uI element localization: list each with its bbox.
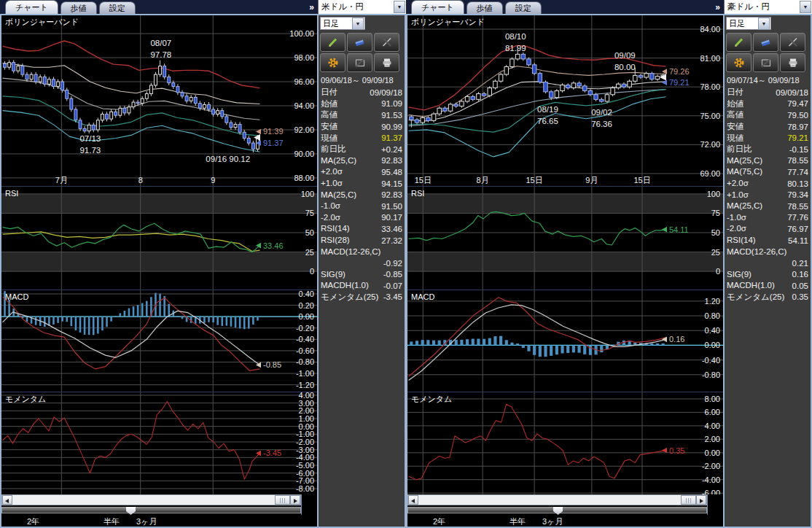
macd-chart[interactable]: -0.850.400.200.00-0.20-0.40-0.60-0.80-1.…	[1, 290, 317, 392]
pencil-icon[interactable]	[726, 33, 752, 52]
chevron-down-icon[interactable]: ▼	[758, 18, 770, 30]
settings-gear-icon[interactable]	[320, 53, 346, 72]
rsi-chart[interactable]: 33.461007550250RSI	[1, 186, 317, 290]
zoom-preset-半年[interactable]: 半年	[510, 516, 526, 527]
value-tag: 79.21	[669, 78, 690, 87]
candle-down	[212, 109, 215, 114]
zoom-preset-3ヶ月[interactable]: 3ヶ月	[136, 516, 157, 527]
candle-up	[96, 120, 99, 130]
zoom-preset-2年[interactable]: 2年	[27, 516, 39, 527]
zoom-slider-track[interactable]	[407, 507, 707, 513]
zoom-preset-3ヶ月[interactable]: 3ヶ月	[542, 516, 563, 527]
quote-value: 90.17	[381, 213, 402, 222]
tab-chart[interactable]: チャート	[411, 0, 464, 14]
quote-row: RSI(14)33.46	[319, 223, 405, 235]
candle-down	[176, 87, 179, 93]
panel-disabled-icon[interactable]	[347, 53, 372, 72]
candle-up	[145, 94, 148, 99]
bollinger-chart[interactable]: 08/0797.7807/1391.7309/16 90.1291.3991.3…	[1, 15, 317, 186]
trading-app: チャート歩値設定 » 米ドル・円 ▼ 08/0797.7807/1391.730…	[0, 0, 812, 528]
horizontal-scrollbar[interactable]	[1, 494, 301, 505]
printer-icon[interactable]	[780, 53, 805, 72]
rsi-chart[interactable]: 54.111007550250RSI	[407, 186, 723, 290]
x-axis-tick: 15日	[415, 176, 432, 185]
tab-settings[interactable]: 設定	[99, 1, 136, 14]
candle-down	[588, 90, 592, 94]
timeframe-row: 日足 ▼	[725, 15, 811, 32]
scroll-row-stub	[707, 494, 723, 505]
quote-label: モメンタム(25)	[727, 292, 784, 302]
macd-histogram-bar	[79, 317, 82, 333]
macd-chart[interactable]: 0.161.200.800.400.00-0.40-0.80MACD	[407, 290, 723, 392]
trendline-disabled-icon[interactable]	[374, 33, 399, 52]
candle-up	[499, 74, 502, 81]
drawing-toolbar	[319, 32, 405, 73]
zoom-preset-半年[interactable]: 半年	[104, 516, 120, 527]
zoom-slider-thumb[interactable]	[126, 507, 136, 515]
settings-gear-icon[interactable]	[726, 53, 752, 72]
chart-annotation: 09/16 90.12	[206, 155, 250, 163]
macd-histogram-bar	[52, 317, 55, 325]
zoom-slider-thumb[interactable]	[553, 507, 563, 515]
macd-histogram-bar	[612, 345, 614, 346]
timeframe-select[interactable]: 日足 ▼	[320, 17, 365, 30]
candle-down	[185, 96, 188, 101]
scroll-left-icon[interactable]	[408, 495, 418, 505]
candle-down	[650, 74, 654, 79]
tab-settings[interactable]: 設定	[505, 1, 542, 14]
y-axis-tick: -0.40	[702, 356, 720, 365]
printer-icon[interactable]	[374, 53, 399, 72]
quote-row: SIG(9)-0.85	[319, 269, 405, 281]
quote-label: +2.0σ	[321, 167, 343, 176]
candle-down	[79, 120, 82, 129]
macd-histogram-bar	[57, 317, 59, 323]
eraser-icon[interactable]	[347, 33, 372, 52]
tab-price-ticks[interactable]: 歩値	[466, 1, 503, 14]
candle-up	[561, 85, 564, 91]
tab-overflow-button[interactable]: »	[305, 2, 318, 12]
chevron-down-icon[interactable]: ▼	[800, 1, 811, 13]
macd-histogram-bar	[466, 339, 469, 345]
candle-up	[149, 85, 152, 94]
horizontal-scrollbar[interactable]	[407, 494, 707, 505]
candle-up	[488, 88, 491, 96]
bollinger-chart[interactable]: 08/1081.9909/0980.0008/1976.6509/0276.36…	[407, 15, 723, 186]
tab-chart[interactable]: チャート	[5, 0, 58, 14]
zoom-preset-2年[interactable]: 2年	[433, 516, 445, 527]
macd-histogram-bar	[93, 317, 95, 335]
candle-up	[510, 59, 514, 67]
zoom-slider-track[interactable]	[1, 507, 301, 513]
momentum-chart[interactable]: -3.454.003.002.001.000.00-1.00-2.00-3.00…	[1, 392, 317, 494]
pencil-icon[interactable]	[320, 33, 346, 52]
scroll-right-icon[interactable]	[290, 495, 300, 505]
quote-label: RSI(14)	[321, 224, 350, 233]
candle-down	[198, 104, 201, 109]
trendline-disabled-icon[interactable]	[780, 33, 805, 52]
macd-histogram-bar	[48, 317, 50, 326]
scrollbar-thumb[interactable]	[275, 495, 290, 505]
scrollbar-thumb[interactable]	[681, 495, 696, 505]
macd-histogram-bar	[566, 345, 569, 353]
tab-price-ticks[interactable]: 歩値	[60, 1, 97, 14]
panel-disabled-icon[interactable]	[753, 53, 778, 72]
y-axis-tick: 94.00	[294, 101, 314, 110]
candle-down	[92, 125, 95, 130]
momentum-chart[interactable]: 0.358.006.004.002.000.00-2.00-4.00-6.00モ…	[407, 392, 723, 494]
candle-up	[159, 66, 162, 75]
timeframe-select[interactable]: 日足 ▼	[726, 17, 771, 30]
currency-pair-select[interactable]: 豪ドル・円 ▼	[724, 0, 812, 14]
zoom-range-labels: 2年半年3ヶ月	[1, 515, 317, 527]
scroll-left-icon[interactable]	[2, 495, 12, 505]
quote-row: 日付09/09/18	[725, 87, 811, 98]
chevron-down-icon[interactable]: ▼	[352, 18, 364, 30]
chevron-down-icon[interactable]: ▼	[394, 1, 405, 13]
quote-label: 日付	[321, 88, 337, 97]
chart-window-audjpy: チャート歩値設定 » 豪ドル・円 ▼ 08/1081.9909/0980.000…	[406, 0, 812, 528]
y-axis-tick: 0	[310, 267, 314, 276]
scroll-right-icon[interactable]	[696, 495, 706, 505]
eraser-icon[interactable]	[753, 33, 778, 52]
currency-pair-select[interactable]: 米ドル・円 ▼	[318, 0, 406, 14]
y-axis-tick: 0.20	[299, 301, 314, 310]
y-axis-tick: 50	[711, 228, 720, 237]
tab-overflow-button[interactable]: »	[711, 2, 724, 12]
